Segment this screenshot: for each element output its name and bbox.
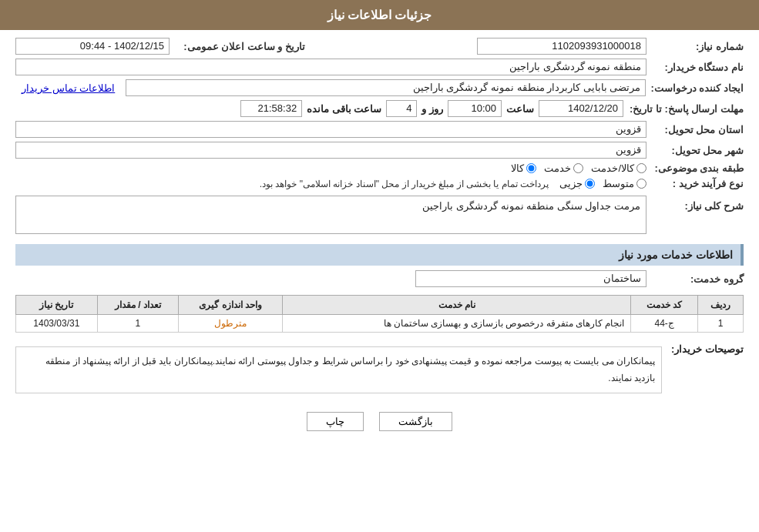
remaining-label-text: ساعت باقی مانده [307,103,381,115]
service-group-row: گروه خدمت: ساختمان [15,270,744,287]
requester-label: ایجاد کننده درخواست: [650,82,744,94]
cell-quantity: 1 [97,315,179,333]
col-header-service-name: نام خدمت [283,296,631,315]
purchase-type-motavasset[interactable]: متوسط [603,178,646,189]
purchase-type-radio-group: متوسط جزیی [559,178,646,189]
print-button[interactable]: چاپ [307,412,364,431]
need-number-label: شماره نیاز: [651,41,744,52]
buyer-org-row: نام دستگاه خریدار: منطقه نمونه گردشگری ب… [15,59,744,75]
buyer-org-label: نام دستگاه خریدار: [651,62,744,73]
cell-unit: مترطول [179,315,283,333]
service-group-value: ساختمان [415,270,646,287]
category-row: طبقه بندی موضوعی: کالا/خدمت خدمت کالا [15,162,744,174]
content-area: شماره نیاز: 1102093931000018 تاریخ و ساع… [0,30,759,439]
deadline-date: 1402/12/20 [539,100,623,117]
deadline-label: مهلت ارسال پاسخ: تا تاریخ: [628,103,744,115]
province-label: استان محل تحویل: [651,124,744,136]
page-title: جزئیات اطلاعات نیاز [327,8,432,22]
services-table: ردیف کد خدمت نام خدمت واحد اندازه گیری ت… [15,295,744,333]
buyer-org-value: منطقه نمونه گردشگری باراجین [15,59,646,75]
page-header: جزئیات اطلاعات نیاز [0,0,759,30]
buyer-contact-link[interactable]: اطلاعات تماس خریدار [15,82,121,94]
purchase-type-row: نوع فرآیند خرید : متوسط جزیی پرداخت تمام… [15,178,744,189]
buyer-notes-value: پیمانکاران می بایست به پیوست مراجعه نمود… [15,346,662,393]
city-value: قزوین [15,142,646,159]
days-label: روز و [421,103,443,115]
service-group-label: گروه خدمت: [651,273,744,285]
category-radio-group: کالا/خدمت خدمت کالا [511,162,646,174]
table-row: 1 ج-44 انجام کارهای متفرقه درخصوص بازساز… [16,315,744,333]
back-button[interactable]: بازگشت [379,412,452,431]
cell-row-num: 1 [698,315,744,333]
days-value: 4 [386,100,417,117]
requester-value: مرتضی بابایی کاربردار منطقه نمونه گردشگر… [126,79,646,96]
buyer-notes-label: توصیحات خریدار: [667,340,744,355]
category-option-khedmat[interactable]: خدمت [544,162,583,174]
deadline-row: مهلت ارسال پاسخ: تا تاریخ: 1402/12/20 سا… [15,100,744,117]
province-row: استان محل تحویل: قزوین [15,121,744,138]
announcement-datetime-value: 1402/12/15 - 09:44 [15,38,170,55]
col-header-unit: واحد اندازه گیری [179,296,283,315]
col-header-row-num: ردیف [698,296,744,315]
deadline-time: 10:00 [448,100,502,117]
city-label: شهر محل تحویل: [651,145,744,156]
category-option-kala-khedmat[interactable]: کالا/خدمت [591,162,646,174]
col-header-date: تاریخ نیاز [16,296,98,315]
province-value: قزوین [15,121,646,138]
need-description-container: مرمت جداول سنگی منطقه نمونه گردشگری بارا… [15,196,646,236]
need-description-label: شرح کلی نیاز: [651,196,744,212]
cell-service-code: ج-44 [631,315,698,333]
services-table-section: ردیف کد خدمت نام خدمت واحد اندازه گیری ت… [15,295,744,333]
purchase-type-jozii[interactable]: جزیی [559,178,595,189]
col-header-quantity: تعداد / مقدار [97,296,179,315]
need-number-value: 1102093931000018 [477,38,646,55]
purchase-type-note: پرداخت تمام یا بخشی از مبلغ خریدار از مح… [15,179,555,189]
buyer-notes-section: توصیحات خریدار: پیمانکاران می بایست به پ… [15,340,744,400]
top-info-row: شماره نیاز: 1102093931000018 تاریخ و ساع… [15,38,744,55]
services-section-title: اطلاعات خدمات مورد نیاز [15,244,744,266]
category-label: طبقه بندی موضوعی: [651,162,744,174]
need-description-textarea[interactable] [15,196,646,234]
requester-row: ایجاد کننده درخواست: مرتضی بابایی کاربرد… [15,79,744,96]
cell-service-name: انجام کارهای متفرقه درخصوص بازسازی و بهس… [283,315,631,333]
announcement-datetime-label: تاریخ و ساعت اعلان عمومی: [174,41,305,52]
purchase-type-label: نوع فرآیند خرید : [651,178,744,189]
footer-buttons: بازگشت چاپ [15,412,744,431]
col-header-service-code: کد خدمت [631,296,698,315]
city-row: شهر محل تحویل: قزوین [15,142,744,159]
remaining-value: 21:58:32 [240,100,302,117]
category-option-kala[interactable]: کالا [511,162,536,174]
need-description-section: شرح کلی نیاز: مرمت جداول سنگی منطقه نمون… [15,196,744,236]
time-label: ساعت [506,103,534,115]
page-wrapper: جزئیات اطلاعات نیاز شماره نیاز: 11020939… [0,0,759,532]
cell-date: 1403/03/31 [16,315,98,333]
